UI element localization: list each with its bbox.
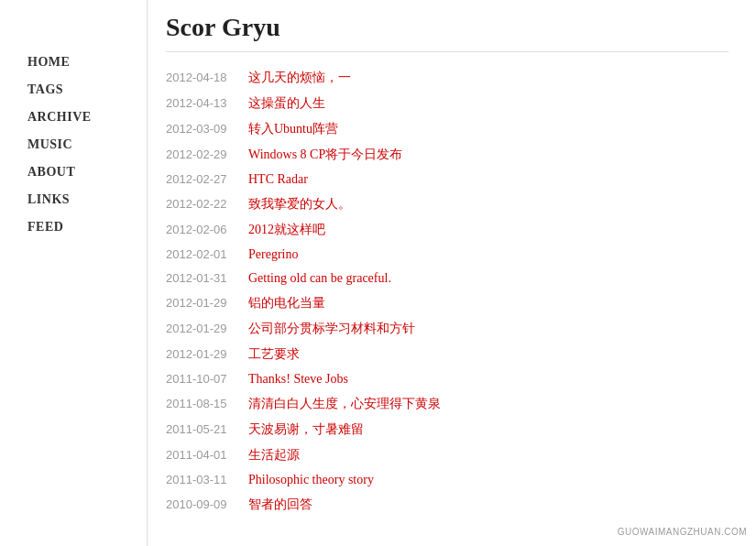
post-row: 2012-03-09转入Ubuntu阵营: [166, 116, 729, 142]
post-title[interactable]: Peregrino: [248, 247, 298, 262]
sidebar-item-music[interactable]: MUSIC: [27, 137, 128, 152]
post-row: 2012-01-29工艺要求: [166, 342, 729, 367]
post-row: 2012-01-31Getting old can be graceful.: [166, 267, 729, 290]
post-row: 2012-02-062012就这样吧: [166, 217, 729, 243]
post-title[interactable]: 清清白白人生度，心安理得下黄泉: [248, 396, 441, 412]
post-date: 2012-01-29: [166, 296, 248, 310]
site-title: Scor Gryu: [166, 13, 729, 52]
post-row: 2011-05-21天波易谢，寸暑难留: [166, 417, 729, 442]
post-row: 2012-02-29Windows 8 CP将于今日发布: [166, 142, 729, 168]
post-row: 2012-02-27HTC Radar: [166, 168, 729, 191]
post-date: 2012-02-06: [166, 223, 248, 236]
post-title[interactable]: 转入Ubuntu阵营: [248, 121, 338, 137]
post-title[interactable]: 这几天的烦恼，一: [248, 70, 351, 86]
post-title[interactable]: 工艺要求: [248, 346, 300, 363]
sidebar-item-about[interactable]: ABOUT: [27, 165, 128, 180]
post-row: 2012-02-01Peregrino: [166, 243, 729, 267]
sidebar-item-tags[interactable]: TAGS: [27, 82, 128, 97]
post-date: 2012-04-18: [166, 71, 248, 84]
post-date: 2011-05-21: [166, 422, 248, 436]
post-row: 2010-09-09智者的回答: [166, 492, 729, 518]
sidebar: HOMETAGSARCHIVEMUSICABOUTLINKSFEED: [0, 0, 147, 546]
post-date: 2012-02-27: [166, 172, 248, 186]
post-row: 2012-04-13这操蛋的人生: [166, 91, 729, 116]
post-title[interactable]: 智者的回答: [248, 497, 312, 513]
post-date: 2012-04-13: [166, 96, 248, 110]
post-date: 2012-01-29: [166, 347, 248, 361]
post-row: 2011-04-01生活起源: [166, 442, 729, 468]
post-title[interactable]: 生活起源: [248, 447, 300, 464]
post-title[interactable]: 铝的电化当量: [248, 295, 325, 311]
post-title[interactable]: Thanks! Steve Jobs: [248, 372, 348, 387]
sidebar-item-links[interactable]: LINKS: [27, 192, 128, 207]
post-title[interactable]: Getting old can be graceful.: [248, 271, 391, 286]
post-row: 2012-02-22致我挚爱的女人。: [166, 191, 729, 217]
post-row: 2012-04-18这几天的烦恼，一: [166, 65, 729, 91]
post-row: 2012-01-29公司部分贯标学习材料和方针: [166, 316, 729, 342]
sidebar-nav: HOMETAGSARCHIVEMUSICABOUTLINKSFEED: [27, 55, 128, 235]
sidebar-item-home[interactable]: HOME: [27, 55, 128, 70]
post-row: 2011-10-07Thanks! Steve Jobs: [166, 367, 729, 391]
post-title[interactable]: 致我挚爱的女人。: [248, 196, 351, 213]
post-title[interactable]: 2012就这样吧: [248, 222, 325, 238]
post-title[interactable]: 这操蛋的人生: [248, 95, 325, 112]
post-date: 2012-02-29: [166, 147, 248, 161]
post-title[interactable]: HTC Radar: [248, 172, 308, 187]
post-title[interactable]: 公司部分贯标学习材料和方针: [248, 321, 415, 337]
post-date: 2011-03-11: [166, 473, 248, 486]
post-row: 2012-01-29铝的电化当量: [166, 290, 729, 316]
post-date: 2012-02-01: [166, 247, 248, 261]
watermark: GUOWAIMANGZHUAN.COM: [618, 527, 747, 537]
post-date: 2012-01-29: [166, 322, 248, 335]
main-content: Scor Gryu 2012-04-18这几天的烦恼，一2012-04-13这操…: [147, 0, 756, 546]
post-date: 2010-09-09: [166, 497, 248, 511]
post-title[interactable]: Philosophic theory story: [248, 473, 374, 487]
post-row: 2011-08-15清清白白人生度，心安理得下黄泉: [166, 391, 729, 417]
sidebar-item-feed[interactable]: FEED: [27, 220, 128, 235]
post-date: 2012-03-09: [166, 122, 248, 136]
post-title[interactable]: Windows 8 CP将于今日发布: [248, 147, 402, 163]
post-date: 2011-10-07: [166, 372, 248, 386]
post-title[interactable]: 天波易谢，寸暑难留: [248, 421, 364, 438]
post-date: 2012-02-22: [166, 197, 248, 211]
sidebar-item-archive[interactable]: ARCHIVE: [27, 110, 128, 125]
post-row: 2011-03-11Philosophic theory story: [166, 468, 729, 492]
post-date: 2012-01-31: [166, 271, 248, 285]
post-list: 2012-04-18这几天的烦恼，一2012-04-13这操蛋的人生2012-0…: [166, 65, 729, 518]
post-date: 2011-04-01: [166, 448, 248, 462]
post-date: 2011-08-15: [166, 397, 248, 410]
